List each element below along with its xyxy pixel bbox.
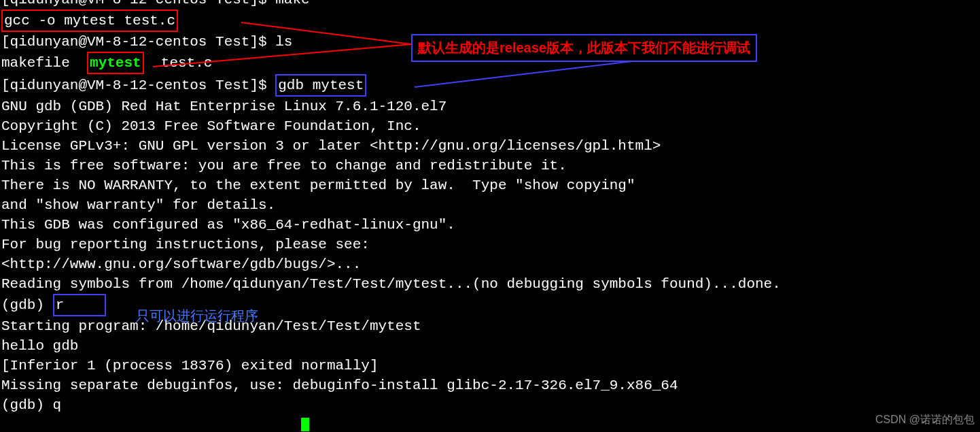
terminal-line: There is NO WARRANTY, to the extent perm…: [1, 176, 980, 195]
terminal-line: <http://www.gnu.org/software/gdb/bugs/>.…: [1, 254, 980, 274]
terminal-line: Copyright (C) 2013 Free Software Foundat…: [1, 116, 980, 136]
release-note-annotation: 默认生成的是release版本，此版本下我们不能进行调试: [411, 34, 757, 62]
shell-prompt: [qidunyan@VM-8-12-centos Test]$: [1, 34, 275, 50]
terminal-line: [qidunyan@VM-8-12-centos Test]$ make: [1, 0, 980, 10]
terminal-cursor-line[interactable]: [1, 415, 980, 432]
terminal-line: and "show warranty" for details.: [1, 195, 980, 215]
gcc-command-box: gcc -o mytest test.c: [1, 10, 178, 32]
terminal-line: This is free software: you are free to c…: [1, 156, 980, 176]
terminal-line: For bug reporting instructions, please s…: [1, 235, 980, 254]
file-makefile: makefile: [1, 55, 87, 71]
gdb-command-box: gdb mytest: [275, 74, 366, 97]
gcc-output-line: gcc -o mytest test.c: [1, 10, 980, 32]
terminal-line: Reading symbols from /home/qidunyan/Test…: [1, 274, 980, 294]
gdb-prompt-line: (gdb) q: [1, 395, 980, 415]
mytest-box: mytest: [87, 52, 144, 74]
terminal-line: Missing separate debuginfos, use: debugi…: [1, 376, 980, 395]
terminal-line: This GDB was configured as "x86_64-redha…: [1, 215, 980, 235]
ls-command: ls: [275, 34, 292, 50]
terminal-line: [Inferior 1 (process 18376) exited norma…: [1, 356, 980, 376]
shell-prompt: [qidunyan@VM-8-12-centos Test]$: [1, 78, 275, 93]
file-testc: test.c: [144, 55, 213, 71]
terminal-line: [qidunyan@VM-8-12-centos Test]$ gdb myte…: [1, 74, 980, 97]
run-only-annotation: 只可以进行运行程序: [136, 306, 258, 326]
cursor-icon: [301, 418, 309, 431]
gdb-r-command-box: r: [53, 294, 107, 316]
terminal-line: GNU gdb (GDB) Red Hat Enterprise Linux 7…: [1, 97, 980, 116]
gdb-prompt: (gdb): [1, 297, 53, 313]
watermark-text: CSDN @诺诺的包包: [875, 410, 975, 429]
terminal-line: License GPLv3+: GNU GPL version 3 or lat…: [1, 136, 980, 156]
program-output-line: hello gdb: [1, 336, 980, 356]
file-mytest: mytest: [90, 55, 141, 71]
